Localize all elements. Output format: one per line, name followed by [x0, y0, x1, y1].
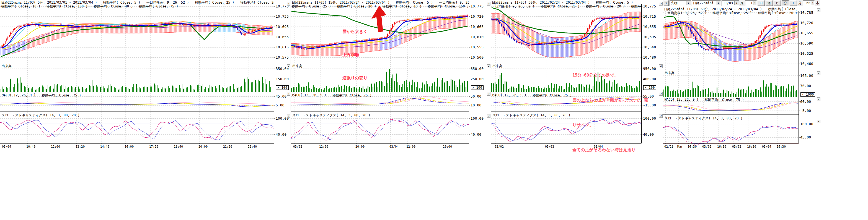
price-axis-label: 10,460 [800, 62, 813, 66]
volume-axis-label: 165.00 [800, 74, 813, 78]
time-axis-label: 20:00 [355, 145, 365, 148]
annotation-line: 15分~60分全ての足で、 [572, 71, 648, 79]
chevron-down-icon[interactable]: ▼ [686, 1, 690, 5]
instrument-select[interactable]: 日経225mini ▼ [692, 0, 721, 6]
chart-canvas[interactable] [291, 0, 491, 151]
instrument-value: 日経225mini [692, 1, 715, 5]
pane-corner-icon[interactable]: ◢ [287, 2, 290, 5]
chart-toolbar: ▼ 先物 ▼ 日経225mini ▼ 11/03 ▼ 足 1 ▲▼ 日 週 月 … [663, 0, 820, 6]
time-axis-label: 16:00 [125, 145, 134, 148]
price-axis-label: 10,715 [643, 14, 656, 19]
instrument-type-value: 先物 [670, 1, 679, 5]
contract-month-select[interactable]: 11/03 ▼ [721, 0, 739, 6]
minute-value: 60 [804, 1, 811, 5]
pane-corner-icon[interactable]: ◢ [487, 92, 491, 96]
time-axis-label: 16:30 [777, 145, 786, 148]
minute-label: 分 [798, 1, 802, 5]
interval-spinner[interactable]: 1 ▲▼ [745, 0, 757, 6]
time-axis-label: 03/03 [293, 145, 302, 148]
price-axis-label: 10,655 [800, 31, 813, 35]
volume-axis-label: 650.00 [470, 67, 484, 71]
chevron-down-icon[interactable]: ▼ [716, 1, 720, 5]
chart-panel-5min: 日経225mini 11/03( 5分, 2011/03/01 - 2011/0… [0, 0, 291, 151]
macd-axis-label: 60.00 [800, 100, 811, 104]
period-day-button[interactable]: 日 [757, 0, 765, 6]
chart-canvas[interactable] [0, 0, 291, 151]
price-axis-label: 10,610 [470, 35, 484, 39]
macd-axis-label: 10.00 [470, 103, 481, 107]
pane-corner-icon[interactable]: ◢ [659, 64, 662, 68]
pane-corner-icon[interactable]: ◢ [659, 2, 662, 5]
chart-header-line2: 移動平均( Close, 10 ) 移動平均( Close, 150 ) 移動平… [1, 4, 274, 8]
trading-app-screen: 日経225mini 11/03( 5分, 2011/03/01 - 2011/0… [0, 0, 868, 220]
chart-area-15min[interactable] [291, 0, 491, 151]
time-axis-label: 03/04 [390, 145, 399, 148]
price-axis-label: 10,500 [470, 55, 484, 60]
time-axis-label: 20:00 [198, 145, 208, 148]
bars-label: 本 [815, 1, 820, 5]
pane-corner-icon[interactable]: ◢ [287, 92, 290, 96]
volume-multiplier-badge: × 1000 [801, 92, 815, 97]
pane-corner-icon[interactable]: ◢ [487, 114, 491, 118]
chart-area-60min[interactable] [663, 0, 821, 151]
pane-corner-icon[interactable]: ◢ [817, 8, 820, 12]
price-axis-label: 10,575 [276, 55, 289, 60]
time-axis-label: 03/04 [762, 145, 771, 148]
chart-header-line2: 一目均衡表( 9, 26, 52 ) 移動平均( Close, 25 ) 移動平… [492, 4, 641, 8]
period-tick-button[interactable]: T [790, 0, 797, 6]
pane-corner-icon[interactable]: ◢ [659, 114, 662, 118]
time-axis-label: 17:20 [149, 145, 158, 148]
pane-corner-icon[interactable]: ◢ [817, 97, 820, 101]
time-axis-label: 02/28 [664, 145, 674, 148]
pane-corner-icon[interactable]: ◢ [817, 71, 820, 75]
time-axis-label: 03/02 [495, 145, 504, 148]
annotation-line: りサイン。 [572, 121, 648, 129]
instrument-type-select[interactable]: 先物 ▼ [670, 0, 691, 6]
time-axis-label: 16:30 [717, 145, 726, 148]
volume-pane-title: 出来高 [292, 64, 302, 69]
time-axis-label: 16:30 [687, 145, 697, 148]
annotation-line: 逆張りの売り [342, 74, 368, 82]
chevron-down-icon[interactable]: ▼ [734, 1, 739, 5]
pane-corner-icon[interactable]: ◢ [287, 114, 290, 118]
macd-pane-title: MACD( 12, 26, 9 ) [492, 93, 526, 97]
time-axis-label: 13:20 [75, 145, 85, 148]
time-axis-label: 12:00 [319, 145, 328, 148]
pane-corner-icon[interactable]: ◢ [487, 64, 491, 68]
time-axis-label: 12:00 [51, 145, 60, 148]
period-minute-button[interactable]: 分 [782, 0, 789, 6]
time-axis-label: 10:40 [26, 145, 35, 148]
pane-corner-icon[interactable]: ◢ [487, 2, 491, 5]
annotation-line: 上方乖離 [342, 51, 368, 59]
volume-pane-title: 出来高 [664, 71, 675, 75]
spinner-arrows-icon[interactable]: ▲▼ [753, 1, 756, 5]
pane-corner-icon[interactable]: ◢ [287, 64, 290, 68]
macd-pane-title: MACD( 12, 26, 9 ) [664, 98, 699, 102]
stoch-axis-label: 45.00 [800, 135, 811, 139]
volume-multiplier-badge: × 100 [471, 85, 484, 90]
spinner-arrows-icon[interactable]: ▲▼ [811, 1, 814, 5]
pane-corner-icon[interactable]: ◢ [659, 92, 662, 96]
chart-panel-60min: 日経225mini 11/03( 60分, 2011/02/24 - 2011/… [663, 0, 821, 151]
price-axis-label: 10,775 [643, 4, 656, 8]
time-axis-label: 16:30 [747, 145, 756, 148]
period-month-button[interactable]: 月 [774, 0, 781, 6]
chart-canvas[interactable] [663, 0, 821, 151]
annotation-line: 雲の上からの上方乖離があったので、売 [572, 96, 648, 104]
chart-area-5min[interactable] [0, 0, 291, 151]
price-axis-label: 10,665 [470, 25, 484, 29]
volume-pane-title: 出来高 [2, 64, 11, 69]
contract-month-value: 11/03 [722, 1, 734, 5]
pane-corner-icon[interactable]: ◢ [817, 120, 820, 123]
period-week-button[interactable]: 週 [766, 0, 773, 6]
macd-axis-label: 45.00 [276, 94, 286, 98]
price-axis-label: 10,655 [643, 25, 656, 29]
stoch-axis-label: 40.00 [276, 133, 286, 137]
time-axis-label: 14:40 [100, 145, 109, 148]
chart-header-line1: 日経225mini 11/03( 5分, 2011/03/01 - 2011/0… [1, 1, 274, 4]
price-axis-label: 10,540 [643, 45, 656, 49]
price-axis-label: 10,525 [800, 51, 813, 56]
window-menu-button[interactable]: ▼ [664, 0, 669, 6]
minute-spinner[interactable]: 60 ▲▼ [803, 0, 814, 6]
macd-axis-label: -5.00 [800, 109, 811, 113]
